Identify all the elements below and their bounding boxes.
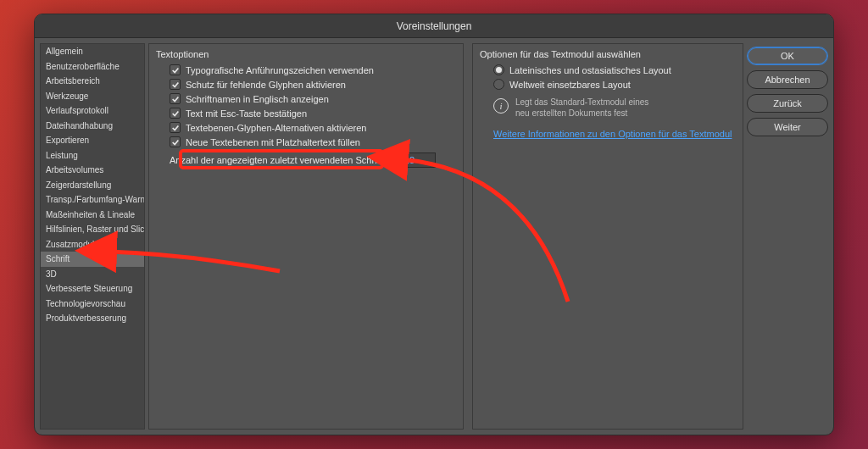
sidebar-item[interactable]: 3D — [41, 267, 144, 282]
radio-row: Weltweit einsetzbares Layout — [480, 77, 736, 91]
info-text: Legt das Standard-Textmodul eines neu er… — [515, 97, 648, 119]
checkbox-label: Text mit Esc-Taste bestätigen — [186, 108, 307, 119]
sidebar-item[interactable]: Dateihandhabung — [41, 119, 144, 134]
checkbox-label: Schriftnamen in Englisch anzeigen — [186, 94, 329, 104]
checkbox[interactable] — [170, 136, 181, 147]
text-module-more-link[interactable]: Weitere Informationen zu den Optionen fü… — [493, 129, 732, 139]
checkbox-label: Neue Textebenen mit Platzhaltertext füll… — [186, 137, 360, 147]
info-row: i Legt das Standard-Textmodul eines neu … — [480, 91, 736, 124]
recent-fonts-label: Anzahl der angezeigten zuletzt verwendet… — [170, 155, 395, 165]
sidebar-item[interactable]: Hilfslinien, Raster und Slices — [41, 222, 144, 237]
checkbox-label: Textebenen-Glyphen-Alternativen aktivier… — [186, 123, 366, 133]
checkbox-row: Schriftnamen in Englisch anzeigen — [156, 91, 456, 106]
checkbox-row: Schutz für fehlende Glyphen aktivieren — [156, 77, 456, 91]
sidebar-item[interactable]: Arbeitsvolumes — [41, 163, 144, 178]
checkbox-label: Schutz für fehlende Glyphen aktivieren — [186, 80, 346, 90]
checkbox[interactable] — [170, 93, 181, 104]
checkbox[interactable] — [170, 79, 181, 90]
sidebar-item[interactable]: Werkzeuge — [41, 89, 144, 104]
dialog-buttons: OK Abbrechen Zurück Weiter — [747, 43, 828, 430]
sidebar-item[interactable]: Maßeinheiten & Lineale — [41, 208, 144, 223]
sidebar-item[interactable]: Zeigerdarstellung — [41, 178, 144, 193]
radio-row: Lateinisches und ostasiatisches Layout — [480, 63, 736, 77]
main-area: Textoptionen Typografische Anführungszei… — [148, 43, 743, 430]
preferences-dialog: Voreinstellungen AllgemeinBenutzeroberfl… — [34, 14, 834, 435]
sidebar-item[interactable]: Zusatzmodule — [41, 237, 144, 252]
cancel-button[interactable]: Abbrechen — [747, 70, 828, 89]
text-module-title: Optionen für das Textmodul auswählen — [480, 49, 736, 59]
checkbox-row: Textebenen-Glyphen-Alternativen aktivier… — [156, 120, 456, 135]
radio[interactable] — [493, 64, 504, 75]
sidebar-item[interactable]: Technologievorschau — [41, 297, 144, 312]
sidebar-item[interactable]: Arbeitsbereich — [41, 74, 144, 89]
checkbox-label: Typografische Anführungszeichen verwende… — [186, 65, 374, 75]
sidebar-item[interactable]: Allgemein — [41, 44, 144, 59]
info-icon: i — [493, 98, 509, 114]
text-options-title: Textoptionen — [156, 49, 456, 59]
sidebar: AllgemeinBenutzeroberflächeArbeitsbereic… — [40, 43, 145, 430]
checkbox-row: Neue Textebenen mit Platzhaltertext füll… — [156, 135, 456, 149]
sidebar-item[interactable]: Benutzeroberfläche — [41, 59, 144, 75]
dialog-titlebar: Voreinstellungen — [35, 14, 833, 38]
radio[interactable] — [493, 79, 504, 90]
sidebar-item[interactable]: Verbesserte Steuerung — [41, 281, 144, 297]
sidebar-item[interactable]: Verlaufsprotokoll — [41, 103, 144, 119]
dialog-title: Voreinstellungen — [397, 20, 472, 32]
recent-fonts-row: Anzahl der angezeigten zuletzt verwendet… — [156, 149, 456, 169]
sidebar-item[interactable]: Produktverbesserung — [41, 311, 144, 326]
sidebar-item[interactable]: Transp./Farbumfang-Warnung — [41, 192, 144, 208]
next-button[interactable]: Weiter — [747, 118, 828, 136]
checkbox[interactable] — [170, 108, 181, 119]
recent-fonts-input[interactable] — [400, 152, 436, 168]
checkbox-row: Text mit Esc-Taste bestätigen — [156, 106, 456, 120]
radio-label: Lateinisches und ostasiatisches Layout — [509, 65, 671, 75]
ok-button[interactable]: OK — [747, 47, 828, 65]
text-module-group: Optionen für das Textmodul auswählen Lat… — [472, 43, 743, 430]
sidebar-item[interactable]: Leistung — [41, 148, 144, 164]
text-options-group: Textoptionen Typografische Anführungszei… — [148, 43, 464, 430]
checkbox-row: Typografische Anführungszeichen verwende… — [156, 63, 456, 77]
checkbox[interactable] — [170, 64, 181, 75]
prev-button[interactable]: Zurück — [747, 94, 828, 113]
sidebar-item[interactable]: Schrift — [41, 252, 144, 267]
checkbox[interactable] — [170, 122, 181, 133]
radio-label: Weltweit einsetzbares Layout — [509, 80, 631, 90]
dialog-content: AllgemeinBenutzeroberflächeArbeitsbereic… — [35, 38, 833, 435]
sidebar-item[interactable]: Exportieren — [41, 133, 144, 148]
